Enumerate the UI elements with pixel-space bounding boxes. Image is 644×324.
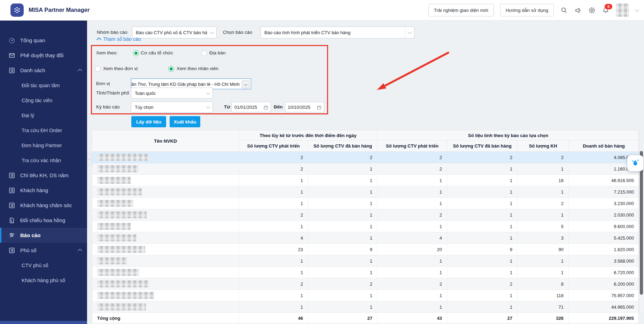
- table-row[interactable]: 222224.085.000: [92, 152, 639, 163]
- table-cell: 1: [378, 301, 447, 313]
- sidebar-subitem-tra-cuu-xac-nhan[interactable]: Tra cứu xác nhận: [0, 153, 87, 168]
- sidebar-item-danh-sach[interactable]: Danh sách: [0, 63, 87, 78]
- nvkd-name-cell-redacted: [92, 209, 239, 221]
- table-cell: 44.965.000: [569, 301, 639, 313]
- col-header-0[interactable]: Số lượng CTV phát triển: [239, 141, 308, 152]
- sidebar-subitem-don-hang-partner[interactable]: Đơn hàng Partner: [0, 138, 87, 153]
- sidebar-item-chi-tieu-kh-ds-nam[interactable]: Chỉ tiêu KH, DS năm: [0, 168, 87, 183]
- table-row[interactable]: 222286.200.000: [92, 278, 639, 290]
- to-label: Đến: [274, 104, 283, 110]
- table-cell: 1: [378, 198, 447, 209]
- table-row[interactable]: 111113.588.000: [92, 255, 639, 267]
- table-cell: 1: [308, 232, 378, 244]
- chevron-down-icon: [203, 88, 212, 98]
- table-cell: 3.230.000: [569, 198, 639, 209]
- table-cell: 1: [447, 186, 518, 198]
- table-row[interactable]: 414135.425.000: [92, 232, 639, 244]
- redacted-name-block: [97, 154, 149, 161]
- sidebar-subitem-doi-tac-quan-tam[interactable]: Đối tác quan tâm: [0, 78, 87, 93]
- radio-area[interactable]: [201, 50, 207, 56]
- sidebar-item-phe-duyet-thay-doi[interactable]: Phê duyệt thay đổi: [0, 48, 87, 63]
- nvkd-name-cell-redacted: [92, 244, 239, 255]
- calendar-icon[interactable]: [264, 105, 268, 110]
- water-drop-widget-button[interactable]: [627, 155, 643, 171]
- list-icon: [8, 202, 15, 209]
- table-cell: 1: [308, 209, 378, 221]
- table-row[interactable]: 111123.230.000: [92, 198, 639, 209]
- new-interface-button[interactable]: Trải nghiệm giao diện mới: [428, 4, 494, 16]
- table-row[interactable]: 111116.720.000: [92, 267, 639, 278]
- table-cell: 2: [518, 152, 569, 163]
- radio-org-structure[interactable]: [133, 50, 139, 56]
- province-select[interactable]: Toàn quốc: [131, 88, 213, 99]
- table-cell: 1: [518, 186, 569, 198]
- period-select[interactable]: Tùy chọn: [131, 101, 213, 113]
- avatar[interactable]: [616, 3, 629, 17]
- scrollbar-thumb[interactable]: [640, 151, 643, 295]
- from-date-input[interactable]: 01/01/2025: [232, 102, 271, 112]
- table-cell: 2: [378, 209, 447, 221]
- sidebar-item-phu-so[interactable]: Phủ số: [0, 243, 87, 258]
- radio-view-by-employee[interactable]: [168, 66, 174, 72]
- table-row[interactable]: 111159.600.000: [92, 221, 639, 232]
- sidebar-item-doi-chieu-hoa-hong[interactable]: Đối chiếu hoa hồng: [0, 213, 87, 228]
- col-header-name[interactable]: Tên NVKD: [92, 130, 239, 152]
- get-data-button[interactable]: Lấy dữ liệu: [131, 116, 166, 127]
- gear-icon[interactable]: [588, 6, 596, 14]
- report-select[interactable]: Báo cáo tình hình phát triển CTV bán hàn…: [261, 27, 414, 38]
- table-cell: 1: [308, 198, 378, 209]
- table-row[interactable]: 111111875.957.000: [92, 290, 639, 301]
- unit-dropdown-button[interactable]: [242, 81, 249, 88]
- sidebar-item-bao-cao[interactable]: Báo cáo: [0, 228, 87, 243]
- list-icon: [8, 187, 15, 194]
- to-date-input[interactable]: 10/10/2025: [285, 102, 324, 112]
- nvkd-name-cell-redacted: [92, 301, 239, 313]
- sidebar-subitem-tra-cuu-dh-order[interactable]: Tra cứu ĐH Order: [0, 123, 87, 138]
- col-header-5[interactable]: Doanh số bán hàng: [569, 141, 639, 152]
- table-row[interactable]: 239209901.820.000: [92, 244, 639, 255]
- table-cell: 1: [447, 267, 518, 278]
- table-row[interactable]: 11111846.916.505: [92, 175, 639, 186]
- report-group-select[interactable]: Báo cáo CTV phủ số & CTV bán hàng: [132, 27, 217, 38]
- sidebar-subitem-khach-hang-phu-so[interactable]: Khách hàng phủ số: [0, 273, 87, 288]
- sidebar-item-khach-hang-cham-soc[interactable]: Khách hàng chăm sóc: [0, 198, 87, 213]
- table-cell: 2: [378, 278, 447, 290]
- sidebar-item-label: Đối chiếu hoa hồng: [20, 217, 65, 223]
- chevron-down-icon: [405, 27, 414, 38]
- report-params-toggle[interactable]: Tham số báo cáo: [97, 36, 141, 42]
- vertical-scrollbar[interactable]: [639, 151, 644, 312]
- sidebar-subitem-ctv-phu-so[interactable]: CTV phủ số: [0, 258, 87, 273]
- sidebar-collapse-handle[interactable]: ‹: [87, 153, 92, 165]
- sidebar-subitem-dai-ly[interactable]: Đại lý: [0, 108, 87, 123]
- sidebar-scrollbar[interactable]: [0, 321, 87, 324]
- sidebar-item-khach-hang[interactable]: Khách hàng: [0, 183, 87, 198]
- chevron-up-icon: [78, 69, 82, 73]
- col-header-1[interactable]: Số lượng CTV đã bán hàng: [308, 141, 378, 152]
- redacted-name-block: [97, 269, 139, 276]
- table-cell: 2: [308, 152, 378, 163]
- megaphone-icon[interactable]: [574, 6, 582, 14]
- sidebar-item-label: Phê duyệt thay đổi: [20, 52, 63, 58]
- table-row[interactable]: 11117144.965.000: [92, 301, 639, 313]
- sidebar-item-tong-quan[interactable]: Tổng quan: [0, 33, 87, 48]
- bell-icon[interactable]: 0: [602, 6, 610, 14]
- table-row[interactable]: 212112.030.000: [92, 209, 639, 221]
- search-icon[interactable]: [560, 6, 568, 14]
- chevron-down-icon[interactable]: [635, 7, 639, 12]
- radio-view-by-unit[interactable]: [95, 66, 101, 72]
- col-header-4[interactable]: Số lượng KH: [518, 141, 569, 152]
- table-cell: 2: [239, 152, 308, 163]
- table-row[interactable]: 212111.160.000: [92, 163, 639, 175]
- calendar-icon[interactable]: [317, 105, 321, 110]
- redacted-name-block: [97, 280, 149, 287]
- user-guide-button[interactable]: Hướng dẫn sử dụng: [500, 4, 554, 16]
- table-cell: 1: [518, 209, 569, 221]
- col-header-2[interactable]: Số lượng CTV phát triển: [378, 141, 447, 152]
- table-cell: 1: [239, 267, 308, 278]
- col-header-3[interactable]: Số lượng CTV đã bán hàng: [447, 141, 518, 152]
- sidebar-subitem-cong-tac-vien[interactable]: Cộng tác viên: [0, 93, 87, 108]
- table-cell: 2: [447, 278, 518, 290]
- table-row[interactable]: 111117.215.000: [92, 186, 639, 198]
- misa-logo-icon[interactable]: [10, 3, 24, 17]
- export-button[interactable]: Xuất khẩu: [170, 116, 200, 127]
